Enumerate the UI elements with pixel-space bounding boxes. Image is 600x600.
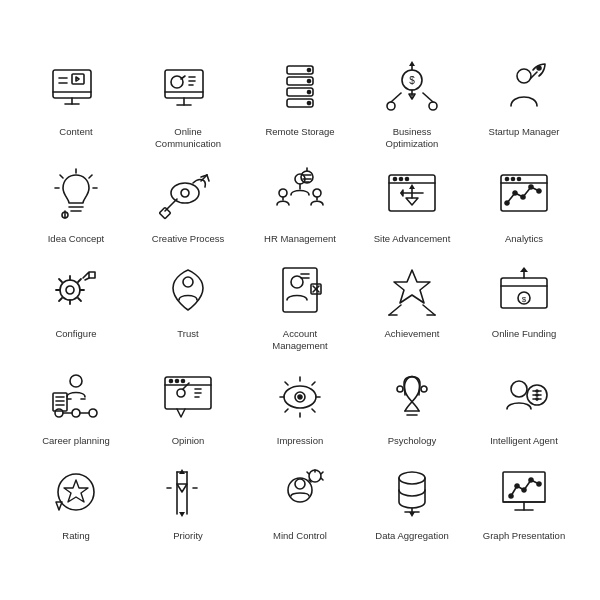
account-management-label: Account Management [255,328,345,351]
svg-marker-146 [64,480,88,502]
intelligent-agent-icon [493,367,555,429]
hr-management-label: HR Management [264,233,336,244]
svg-line-48 [207,175,209,181]
svg-point-135 [397,386,403,392]
configure-label: Configure [55,328,96,339]
career-planning-icon [45,367,107,429]
svg-line-118 [183,383,189,389]
svg-point-116 [182,380,185,383]
opinion-label: Opinion [172,435,205,446]
svg-marker-152 [179,512,185,517]
idea-concept-label: Idea Concept [48,233,105,244]
icon-cell-creative-process: Creative Process [132,157,244,252]
svg-point-82 [60,280,80,300]
trust-icon [157,260,219,322]
svg-point-78 [513,191,517,195]
hr-management-icon [269,165,331,227]
online-communication-label: Online Communication [143,126,233,149]
svg-point-117 [177,389,185,397]
business-optimization-label: Business Optimization [367,126,457,149]
icon-cell-site-advancement: Site Advancement [356,157,468,252]
svg-point-35 [537,66,541,70]
svg-point-75 [512,177,515,180]
impression-icon [269,367,331,429]
svg-point-137 [511,381,527,397]
svg-point-74 [506,177,509,180]
trust-label: Trust [177,328,198,339]
online-communication-icon [157,58,219,120]
icon-cell-remote-storage: Remote Storage [244,50,356,157]
svg-marker-99 [520,267,528,272]
svg-line-163 [321,478,323,480]
icon-cell-hr-management: HR Management [244,157,356,252]
svg-point-115 [176,380,179,383]
rating-label: Rating [62,530,89,541]
svg-line-161 [307,472,309,474]
svg-point-65 [400,177,403,180]
mind-control-label: Mind Control [273,530,327,541]
site-advancement-label: Site Advancement [374,233,451,244]
analytics-icon [493,165,555,227]
svg-marker-67 [406,198,418,205]
svg-point-156 [288,478,312,502]
svg-line-162 [321,472,323,474]
svg-point-144 [536,398,538,400]
icon-cell-opinion: Opinion [132,359,244,454]
svg-point-173 [522,488,526,492]
psychology-icon [381,367,443,429]
svg-point-64 [394,177,397,180]
svg-point-175 [537,482,541,486]
svg-point-31 [387,102,395,110]
achievement-label: Achievement [385,328,440,339]
svg-point-46 [181,189,189,197]
svg-point-136 [421,386,427,392]
icon-cell-online-communication: Online Communication [132,50,244,157]
svg-point-23 [308,91,311,94]
icon-cell-mind-control: Mind Control [244,454,356,549]
business-optimization-icon: $ [381,58,443,120]
mind-control-icon [269,462,331,524]
svg-point-21 [308,69,311,72]
icon-cell-graph-presentation: Graph Presentation [468,454,580,549]
priority-icon [157,462,219,524]
career-planning-label: Career planning [42,435,110,446]
svg-text:$: $ [409,75,415,86]
svg-marker-147 [56,502,62,510]
svg-point-66 [406,177,409,180]
svg-line-132 [285,409,288,412]
svg-point-114 [170,380,173,383]
remote-storage-label: Remote Storage [265,126,334,137]
icon-cell-priority: Priority [132,454,244,549]
svg-rect-101 [53,393,67,411]
svg-point-100 [70,375,82,387]
svg-point-80 [529,185,533,189]
icon-cell-rating: Rating [20,454,132,549]
data-aggregation-icon [381,462,443,524]
svg-point-53 [313,189,321,197]
svg-line-39 [60,175,63,178]
svg-marker-28 [409,61,415,66]
svg-line-131 [312,382,315,385]
opinion-icon [157,367,219,429]
online-funding-icon: $ [493,260,555,322]
svg-line-40 [89,175,92,178]
svg-point-81 [537,189,541,193]
icon-cell-achievement: Achievement [356,252,468,359]
configure-icon [45,260,107,322]
svg-point-33 [517,69,531,83]
rating-icon [45,462,107,524]
icon-cell-content: Content [20,50,132,157]
svg-point-52 [279,189,287,197]
svg-point-108 [72,409,80,417]
intelligent-agent-label: Intelligent Agent [490,435,558,446]
startup-manager-icon [493,58,555,120]
svg-marker-93 [394,270,430,303]
icon-cell-startup-manager: Startup Manager [468,50,580,157]
svg-marker-153 [177,484,187,492]
remote-storage-icon [269,58,331,120]
graph-presentation-label: Graph Presentation [483,530,565,541]
icon-cell-business-optimization: $ Business Optimization [356,50,468,157]
svg-point-174 [529,478,533,482]
analytics-label: Analytics [505,233,543,244]
icon-cell-data-aggregation: Data Aggregation [356,454,468,549]
